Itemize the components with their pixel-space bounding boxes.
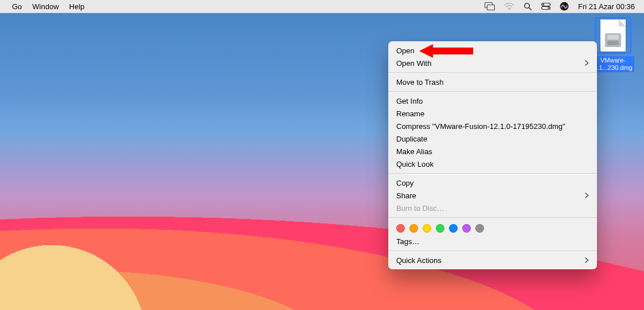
ctx-get-info-label: Get Info — [396, 97, 423, 105]
spotlight-icon[interactable] — [519, 0, 537, 13]
tag-gray[interactable] — [475, 224, 484, 233]
ctx-move-to-trash-label: Move to Trash — [396, 78, 443, 87]
svg-point-6 — [542, 4, 544, 6]
menubar-right: Fri 21 Azar 00:36 — [480, 0, 639, 13]
tag-red[interactable] — [396, 224, 405, 233]
disk-image-icon — [605, 33, 621, 47]
svg-line-4 — [529, 7, 531, 10]
screen-mirroring-icon[interactable] — [480, 0, 499, 13]
menu-go[interactable]: Go — [7, 0, 27, 13]
ctx-quick-actions[interactable]: Quick Actions — [388, 254, 597, 266]
dmg-file-glyph — [600, 19, 626, 52]
chevron-right-icon — [585, 60, 589, 66]
ctx-copy[interactable]: Copy — [388, 176, 597, 189]
file-label-line1: VMware- — [600, 57, 626, 64]
file-label: VMware- ...1...230.dmg — [592, 56, 634, 72]
menubar-clock[interactable]: Fri 21 Azar 00:36 — [573, 0, 639, 13]
menu-help[interactable]: Help — [64, 0, 90, 13]
tag-color-row — [388, 221, 597, 235]
separator — [388, 217, 597, 218]
ctx-quick-actions-label: Quick Actions — [396, 256, 442, 265]
tag-blue[interactable] — [449, 224, 458, 233]
svg-point-8 — [548, 7, 549, 9]
ctx-open[interactable]: Open — [388, 44, 597, 57]
context-menu: Open Open With Move to Trash Get Info Re… — [388, 41, 597, 269]
chevron-right-icon — [585, 193, 589, 198]
chevron-right-icon — [585, 257, 589, 263]
svg-rect-1 — [487, 5, 495, 10]
ctx-share-label: Share — [396, 191, 416, 200]
ctx-make-alias-label: Make Alias — [396, 147, 432, 156]
menu-window[interactable]: Window — [27, 0, 64, 13]
tag-green[interactable] — [436, 224, 444, 233]
ctx-share[interactable]: Share — [388, 189, 597, 202]
ctx-rename[interactable]: Rename — [388, 107, 597, 120]
ctx-tags[interactable]: Tags… — [388, 235, 597, 248]
ctx-move-to-trash[interactable]: Move to Trash — [388, 76, 597, 88]
separator — [388, 72, 597, 73]
ctx-open-with[interactable]: Open With — [388, 57, 597, 69]
file-label-line2: ...1...230.dmg — [594, 64, 632, 71]
ctx-burn-label: Burn to Disc… — [396, 204, 444, 213]
ctx-rename-label: Rename — [396, 109, 424, 118]
siri-icon[interactable] — [555, 0, 573, 13]
ctx-tags-label: Tags… — [396, 237, 419, 246]
menubar: Go Window Help Fri 21 Azar 00:36 — [0, 0, 644, 13]
ctx-compress-label: Compress "VMware-Fusion-12.1.0-17195230.… — [396, 122, 565, 131]
ctx-compress[interactable]: Compress "VMware-Fusion-12.1.0-17195230.… — [388, 120, 597, 132]
ctx-get-info[interactable]: Get Info — [388, 95, 597, 107]
menubar-left: Go Window Help — [7, 0, 89, 13]
wifi-icon[interactable] — [499, 0, 519, 13]
svg-point-2 — [509, 9, 510, 10]
tag-yellow[interactable] — [423, 224, 431, 233]
ctx-quick-look-label: Quick Look — [396, 160, 434, 168]
ctx-burn-to-disc: Burn to Disc… — [388, 202, 597, 214]
file-icon — [595, 17, 631, 54]
tag-purple[interactable] — [462, 224, 471, 233]
separator — [388, 91, 597, 92]
ctx-make-alias[interactable]: Make Alias — [388, 145, 597, 158]
control-center-icon[interactable] — [537, 0, 555, 13]
ctx-open-label: Open — [396, 46, 415, 55]
ctx-quick-look[interactable]: Quick Look — [388, 158, 597, 170]
separator — [388, 250, 597, 251]
tag-orange[interactable] — [409, 224, 418, 233]
ctx-open-with-label: Open With — [396, 59, 431, 68]
ctx-duplicate[interactable]: Duplicate — [388, 132, 597, 145]
separator — [388, 173, 597, 174]
ctx-copy-label: Copy — [396, 179, 413, 187]
ctx-duplicate-label: Duplicate — [396, 135, 427, 143]
